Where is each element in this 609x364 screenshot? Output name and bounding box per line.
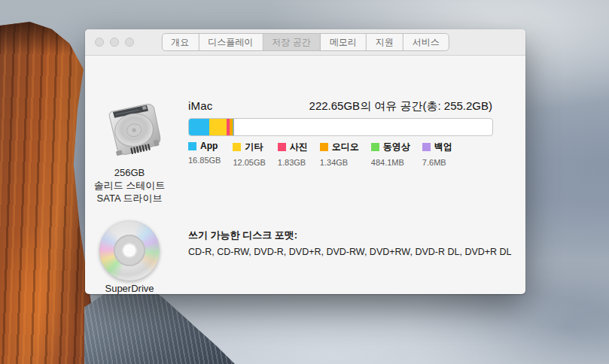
drive-caption-line-1: 솔리드 스테이트 [85,179,174,192]
storage-legend: App16.85GB기타12.05GB사진1.83GB오디오1.34GB동영상4… [188,141,452,167]
hard-disk-icon [102,96,168,165]
legend-swatch-icon [278,143,286,151]
legend-item-2: 사진1.83GB [278,141,308,167]
storage-header-row: iMac 222.65GB의 여유 공간(총: 255.2GB) [188,99,492,114]
tab-5[interactable]: 서비스 [403,34,449,50]
legend-swatch-icon [188,142,196,150]
zoom-button[interactable] [125,38,134,47]
legend-size: 1.83GB [278,158,308,167]
drive-caption-line-2: SATA 드라이브 [85,192,174,205]
legend-label: 백업 [434,141,452,153]
about-mac-window: 개요디스플레이저장 공간메모리지원서비스 [85,29,525,294]
drive-caption-line-0: 256GB [85,166,174,179]
disc-formats-list: CD-R, CD-RW, DVD-R, DVD+R, DVD-RW, DVD+R… [188,247,512,257]
superdrive-label: SuperDrive [85,283,174,294]
storage-segment-5 [233,119,234,135]
legend-size: 16.85GB [188,156,221,165]
legend-size: 484.1MB [371,158,410,167]
storage-usage-bar [188,118,493,136]
legend-item-1: 기타12.05GB [233,141,265,167]
tab-0[interactable]: 개요 [162,34,199,50]
legend-swatch-icon [233,143,241,151]
legend-swatch-icon [422,143,431,151]
legend-label: 동영상 [383,141,410,153]
legend-size: 7.6MB [422,158,452,167]
toolbar-tab-group: 개요디스플레이저장 공간메모리지원서비스 [161,33,449,51]
tab-3[interactable]: 메모리 [321,34,367,50]
tab-1[interactable]: 디스플레이 [199,34,263,50]
free-space-text: 222.65GB의 여유 공간(총: 255.2GB) [309,99,492,114]
window-titlebar[interactable]: 개요디스플레이저장 공간메모리지원서비스 [85,29,525,56]
legend-item-4: 동영상484.1MB [371,141,410,167]
legend-item-5: 백업7.6MB [422,141,452,167]
legend-item-0: App16.85GB [188,141,221,167]
legend-swatch-icon [320,143,328,151]
disc-formats-title: 쓰기 가능한 디스크 포맷: [188,229,297,242]
tab-4[interactable]: 지원 [367,34,403,50]
legend-size: 1.34GB [320,158,359,167]
tab-2[interactable]: 저장 공간 [263,34,320,50]
drive-caption: 256GB솔리드 스테이트SATA 드라이브 [85,166,174,205]
legend-swatch-icon [371,143,379,151]
close-button[interactable] [95,38,104,47]
legend-label: 사진 [290,141,308,153]
legend-size: 12.05GB [233,158,265,167]
legend-label: App [200,141,218,151]
traffic-lights [95,38,134,47]
desktop-wallpaper: 개요디스플레이저장 공간메모리지원서비스 [0,0,609,364]
storage-segment-1 [209,119,227,135]
legend-label: 기타 [245,141,263,153]
legend-item-3: 오디오1.34GB [320,141,359,167]
device-name: iMac [188,99,212,112]
cd-disc-icon [99,220,160,281]
storage-segment-0 [189,119,209,135]
minimize-button[interactable] [110,38,119,47]
legend-label: 오디오 [332,141,359,153]
background-mountain [84,283,235,364]
storage-pane: 256GB솔리드 스테이트SATA 드라이브 SuperDrive iMac 2… [85,56,525,294]
